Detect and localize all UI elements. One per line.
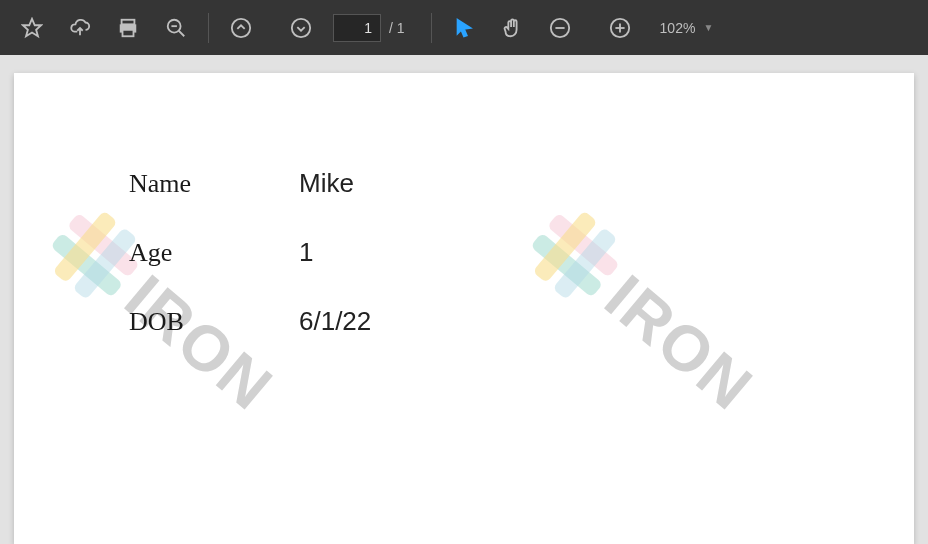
svg-rect-3 (123, 29, 134, 35)
field-value: 6/1/22 (299, 306, 371, 337)
zoom-in-icon[interactable] (596, 4, 644, 52)
chevron-down-icon: ▼ (703, 22, 719, 33)
field-label: Age (129, 238, 299, 268)
selection-arrow-icon[interactable] (440, 4, 488, 52)
pdf-toolbar: / 1 102% ▼ (0, 0, 928, 55)
svg-point-8 (292, 18, 310, 36)
divider (431, 13, 432, 43)
page-up-icon[interactable] (217, 4, 265, 52)
svg-line-5 (179, 30, 185, 36)
field-label: Name (129, 169, 299, 199)
svg-marker-9 (457, 19, 470, 36)
cloud-upload-icon[interactable] (56, 4, 104, 52)
pdf-viewer: IRON IRON Name Mike Age 1 DOB 6/1/22 (0, 55, 928, 544)
svg-marker-0 (23, 18, 41, 35)
field-row: Name Mike (129, 168, 371, 199)
page-indicator: / 1 (333, 14, 415, 42)
document-content: Name Mike Age 1 DOB 6/1/22 (129, 168, 371, 375)
hand-pan-icon[interactable] (488, 4, 536, 52)
page-total-label: / 1 (389, 20, 405, 36)
zoom-value: 102% (652, 20, 704, 36)
zoom-dropdown[interactable]: 102% ▼ (652, 20, 720, 36)
current-page-input[interactable] (333, 14, 381, 42)
star-icon[interactable] (8, 4, 56, 52)
print-icon[interactable] (104, 4, 152, 52)
page-down-icon[interactable] (277, 4, 325, 52)
svg-point-7 (232, 18, 250, 36)
divider (208, 13, 209, 43)
field-value: Mike (299, 168, 354, 199)
zoom-out-icon[interactable] (536, 4, 584, 52)
field-row: Age 1 (129, 237, 371, 268)
watermark-text: IRON (591, 260, 767, 425)
zoom-tool-icon[interactable] (152, 4, 200, 52)
field-row: DOB 6/1/22 (129, 306, 371, 337)
pdf-page[interactable]: IRON IRON Name Mike Age 1 DOB 6/1/22 (14, 73, 914, 544)
field-value: 1 (299, 237, 313, 268)
svg-rect-1 (122, 19, 135, 24)
field-label: DOB (129, 307, 299, 337)
